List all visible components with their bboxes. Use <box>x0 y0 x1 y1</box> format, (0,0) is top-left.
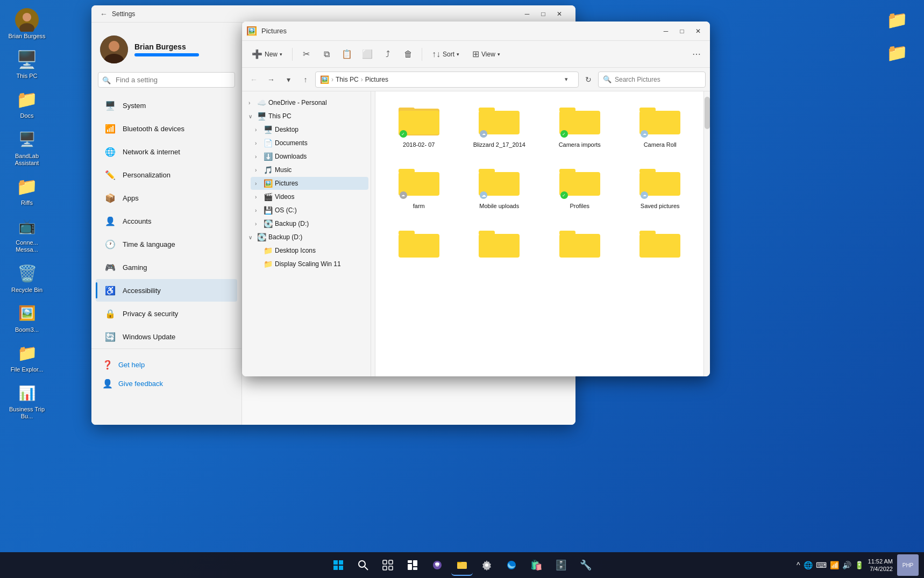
sort-button[interactable]: ↑↓ Sort ▾ <box>427 47 465 62</box>
get-help-item[interactable]: ❓ Get help <box>100 355 233 374</box>
tray-network-icon[interactable]: 🌐 <box>804 561 813 569</box>
file-item-9[interactable] <box>382 221 456 268</box>
sidebar-item-windows-update[interactable]: 🔄 Windows Update <box>96 325 237 348</box>
file-item-saved[interactable]: ☁ Saved pictures <box>623 159 698 214</box>
app2-taskbar-btn[interactable]: 🔧 <box>575 554 596 576</box>
desktop-icon-business[interactable]: 📊 Business Trip Bu... <box>5 379 48 423</box>
cut-button[interactable]: ✂ <box>297 45 315 63</box>
nav-scrollbar[interactable] <box>371 91 375 376</box>
sidebar-item-personalization[interactable]: ✏️ Personalization <box>96 163 237 186</box>
desktop-icon-boom3[interactable]: 🖼️ Boom3... <box>5 299 48 336</box>
sidebar-item-apps[interactable]: 📦 Apps <box>96 187 237 209</box>
taskview-button[interactable] <box>377 554 399 576</box>
nav-documents[interactable]: › 📄 Documents <box>251 137 368 149</box>
file-item-blizzard[interactable]: ☁ Blizzard 2_17_2014 <box>463 98 537 153</box>
nav-desktop[interactable]: › 🖥️ Desktop <box>251 123 368 136</box>
view-button[interactable]: ⊞ View ▾ <box>467 46 506 62</box>
give-feedback-item[interactable]: 👤 Give feedback <box>100 374 233 393</box>
sidebar-item-system[interactable]: 🖥️ System <box>96 94 237 117</box>
folder-blizzard-icon: ☁ <box>478 102 521 139</box>
share-button[interactable]: ⤴ <box>379 45 397 63</box>
explorer-maximize-btn[interactable]: □ <box>674 25 690 37</box>
tray-wifi-icon[interactable]: 📶 <box>830 561 839 569</box>
forward-button[interactable]: → <box>264 72 279 87</box>
taskbar-clock[interactable]: 11:52 AM 7/4/2022 <box>868 558 893 573</box>
more-options-button[interactable]: ⋯ <box>687 45 706 63</box>
tray-chevron[interactable]: ^ <box>797 561 800 569</box>
copy-button[interactable]: ⧉ <box>317 45 336 63</box>
file-item-12[interactable] <box>623 221 698 268</box>
widgets-button[interactable] <box>402 554 423 576</box>
sidebar-item-network[interactable]: 🌐 Network & internet <box>96 140 237 163</box>
address-path[interactable]: 🖼️ › This PC › Pictures ▾ <box>315 72 579 88</box>
settings-back-icon[interactable]: ← <box>100 10 108 18</box>
thispc-icon: 🖥️ <box>15 48 39 72</box>
fileexplorer-taskbar-btn[interactable] <box>451 554 473 576</box>
address-dropdown-btn[interactable]: ▾ <box>559 72 574 87</box>
desktop-icon-fileexplorer[interactable]: 📁 File Explor... <box>5 339 48 376</box>
nav-backup-d-sub[interactable]: › 💽 Backup (D:) <box>251 217 368 230</box>
file-item-11[interactable] <box>543 221 617 268</box>
settings-maximize-btn[interactable]: □ <box>536 8 551 20</box>
file-item-cameraroll[interactable]: ☁ Camera Roll <box>623 98 698 153</box>
chat-button[interactable] <box>427 554 448 576</box>
explorer-minimize-btn[interactable]: ─ <box>658 25 673 37</box>
nav-onedrive[interactable]: › ☁️ OneDrive - Personal <box>244 96 368 109</box>
nav-videos[interactable]: › 🎬 Videos <box>251 190 368 203</box>
nav-display-scaling[interactable]: 📁 Display Scaling Win 11 <box>251 258 368 270</box>
edge-taskbar-btn[interactable] <box>501 554 522 576</box>
explorer-scrollbar[interactable] <box>703 91 710 376</box>
store-taskbar-btn[interactable]: 🛍️ <box>525 554 547 576</box>
nav-backup-d[interactable]: ∨ 💽 Backup (D:) <box>244 231 368 244</box>
sidebar-item-accessibility[interactable]: ♿ Accessibility <box>96 279 237 302</box>
nav-thispc[interactable]: ∨ 🖥️ This PC <box>244 110 368 123</box>
desktop-icon-docs[interactable]: 📁 Docs <box>5 85 48 122</box>
nav-os-c[interactable]: › 💾 OS (C:) <box>251 204 368 217</box>
sidebar-item-gaming[interactable]: 🎮 Gaming <box>96 256 237 279</box>
app1-taskbar-btn[interactable]: 🗄️ <box>550 554 572 576</box>
refresh-button[interactable]: ↻ <box>581 72 596 87</box>
settings-close-btn[interactable]: ✕ <box>552 8 567 20</box>
nav-pictures[interactable]: › 🖼️ Pictures <box>251 177 368 190</box>
search-taskbar-button[interactable] <box>352 554 374 576</box>
desktop-icon-tr2[interactable]: 📁 <box>876 38 919 68</box>
file-item-camera-imports[interactable]: ✓ Camera imports <box>543 98 617 153</box>
sidebar-item-privacy[interactable]: 🔒 Privacy & security <box>96 302 237 325</box>
settings-search-input[interactable] <box>98 72 235 88</box>
sidebar-item-accounts[interactable]: 👤 Accounts <box>96 210 237 232</box>
desktop-icon-recycle[interactable]: 🗑️ Recycle Bin <box>5 259 48 296</box>
sidebar-item-time-language[interactable]: 🕐 Time & language <box>96 233 237 255</box>
desktop-icon-thispc[interactable]: 🖥️ This PC <box>5 45 48 82</box>
paste-button[interactable]: 📋 <box>338 45 356 63</box>
up-button[interactable]: ↑ <box>298 72 313 87</box>
settings-taskbar-btn[interactable] <box>476 554 497 576</box>
tray-keyboard-icon[interactable]: ⌨ <box>816 561 827 569</box>
tray-battery-icon[interactable]: 🔋 <box>855 561 864 569</box>
search-input[interactable] <box>615 76 701 83</box>
svg-rect-41 <box>389 566 393 570</box>
desktop-icon-brian[interactable]: Brian Burgess <box>5 5 48 42</box>
back-button[interactable]: ← <box>246 72 261 87</box>
sidebar-item-bluetooth[interactable]: 📶 Bluetooth & devices <box>96 117 237 140</box>
nav-downloads[interactable]: › ⬇️ Downloads <box>251 150 368 163</box>
nav-desktop-icons[interactable]: 📁 Desktop Icons <box>251 244 368 257</box>
desktop-icon-tr1[interactable]: 📁 <box>876 5 919 35</box>
delete-button[interactable]: 🗑 <box>399 45 417 63</box>
file-item-profiles[interactable]: ✓ Profiles <box>543 159 617 214</box>
file-item-mobile[interactable]: ☁ Mobile uploads <box>463 159 537 214</box>
php-tray-icon[interactable]: PHP <box>897 554 919 576</box>
start-button[interactable] <box>328 554 349 576</box>
file-item-2018[interactable]: ✓ 2018-02- 07 <box>382 98 456 153</box>
tray-volume-icon[interactable]: 🔊 <box>842 561 851 569</box>
desktop-icon-conne[interactable]: 📺 Conne... Messa... <box>5 212 48 256</box>
file-item-farm[interactable]: ☁ farm <box>382 159 456 214</box>
settings-minimize-btn[interactable]: ─ <box>520 8 535 20</box>
desktop-icon-bandlab[interactable]: 🖥️ BandLab Assistant <box>5 125 48 169</box>
new-button[interactable]: ➕ New ▾ <box>246 46 288 62</box>
explorer-close-btn[interactable]: ✕ <box>691 25 706 37</box>
rename-button[interactable]: ⬜ <box>358 45 376 63</box>
desktop-icon-riffs[interactable]: 📁 Riffs <box>5 172 48 209</box>
nav-music[interactable]: › 🎵 Music <box>251 163 368 176</box>
recent-button[interactable]: ▾ <box>281 72 296 87</box>
file-item-10[interactable] <box>463 221 537 268</box>
